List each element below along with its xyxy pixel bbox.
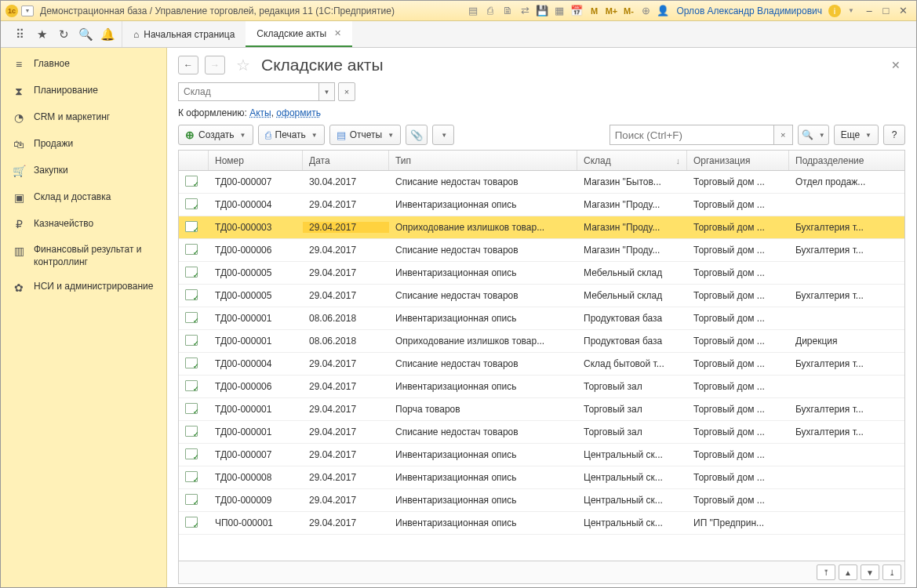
attach-dropdown[interactable]: ▼ xyxy=(432,125,454,145)
create-button[interactable]: ⊕ Создать ▼ xyxy=(178,125,253,145)
link-form[interactable]: оформить xyxy=(276,107,321,118)
table-row[interactable]: ТД00-00000829.04.2017Инвентаризационная … xyxy=(179,466,904,489)
search-icon[interactable]: 🔍 xyxy=(78,27,93,42)
table-row[interactable]: ТД00-00000329.04.2017Оприходование излиш… xyxy=(179,216,904,239)
print-button[interactable]: ⎙ Печать ▼ xyxy=(258,125,325,145)
favorite-icon[interactable]: ★ xyxy=(34,27,49,42)
th-date[interactable]: Дата xyxy=(303,151,389,170)
th-store[interactable]: Склад xyxy=(577,151,687,170)
print-icon[interactable]: ⎙ xyxy=(483,4,497,18)
cell-date: 29.04.2017 xyxy=(303,517,389,528)
tab-close-icon[interactable]: ✕ xyxy=(334,28,341,38)
content: ← → ☆ Складские акты ✕ ▼ × К оформлению:… xyxy=(167,48,916,588)
user-name[interactable]: Орлов Александр Владимирович xyxy=(676,5,822,16)
warehouse-filter-input[interactable] xyxy=(178,82,319,101)
memory-m-icon[interactable]: M xyxy=(587,4,601,18)
sidebar-item-1[interactable]: ⧗Планирование xyxy=(1,78,166,104)
table-row[interactable]: ТД00-00000129.04.2017Списание недостач т… xyxy=(179,421,904,444)
table-row[interactable]: ТД00-00000629.04.2017Списание недостач т… xyxy=(179,239,904,262)
zoom-icon[interactable]: ⊕ xyxy=(639,4,653,18)
table-row[interactable]: ТД00-00000429.04.2017Списание недостач т… xyxy=(179,353,904,376)
cell-date: 29.04.2017 xyxy=(303,495,389,506)
reports-button[interactable]: ▤ Отчеты ▼ xyxy=(329,125,401,145)
app-menu-dropdown[interactable]: ▼ xyxy=(21,5,34,16)
th-icon[interactable] xyxy=(179,151,209,170)
sidebar-item-0[interactable]: ≡Главное xyxy=(1,51,166,78)
info-dropdown-icon[interactable]: ▼ xyxy=(844,4,858,18)
cell-date: 29.04.2017 xyxy=(303,426,389,437)
page-close-button[interactable]: ✕ xyxy=(886,57,905,73)
link-acts[interactable]: Акты xyxy=(249,107,271,118)
sidebar-label: CRM и маркетинг xyxy=(34,111,110,124)
th-org[interactable]: Организация xyxy=(687,151,789,170)
nav-forward-button[interactable]: → xyxy=(205,56,225,74)
document-icon[interactable]: 🗎 xyxy=(500,4,515,18)
warehouse-filter-clear[interactable]: × xyxy=(338,82,355,101)
search-clear[interactable]: × xyxy=(774,125,793,145)
sidebar-icon: ▥ xyxy=(12,244,26,258)
sidebar-item-6[interactable]: ₽Казначейство xyxy=(1,211,166,238)
table-row[interactable]: ТД00-00000730.04.2017Списание недостач т… xyxy=(179,171,904,194)
compare-icon[interactable]: ⇄ xyxy=(518,4,532,18)
cell-store: Магазин "Проду... xyxy=(577,222,687,233)
maximize-icon[interactable]: □ xyxy=(879,4,893,18)
user-icon[interactable]: 👤 xyxy=(656,4,670,18)
warehouse-filter-dropdown[interactable]: ▼ xyxy=(319,82,335,101)
table-row[interactable]: ТД00-00000429.04.2017Инвентаризационная … xyxy=(179,194,904,216)
help-button[interactable]: ? xyxy=(883,125,905,145)
attach-button[interactable]: 📎 xyxy=(406,125,428,145)
sidebar-item-7[interactable]: ▥Финансовый результат и контроллинг xyxy=(1,238,166,274)
memory-mminus-icon[interactable]: M- xyxy=(621,4,635,18)
cell-number: ТД00-000009 xyxy=(209,495,303,506)
th-dept[interactable]: Подразделение xyxy=(789,151,883,170)
th-type[interactable]: Тип xyxy=(389,151,577,170)
favorite-page-icon[interactable]: ☆ xyxy=(236,56,250,74)
save-icon[interactable]: 💾 xyxy=(535,4,549,18)
row-status-icon xyxy=(179,176,209,189)
sidebar-item-8[interactable]: ✿НСИ и администрирование xyxy=(1,274,166,301)
sidebar-item-5[interactable]: ▣Склад и доставка xyxy=(1,184,166,211)
info-icon[interactable]: i xyxy=(828,5,841,17)
sidebar-item-4[interactable]: 🛒Закупки xyxy=(1,158,166,184)
table-row[interactable]: ТД00-00000108.06.2018Инвентаризационная … xyxy=(179,307,904,330)
calculator-icon[interactable]: ▦ xyxy=(552,4,566,18)
th-number[interactable]: Номер xyxy=(209,151,303,170)
history-icon[interactable]: ↻ xyxy=(56,27,71,42)
cell-org: Торговый дом ... xyxy=(687,336,789,347)
table-row[interactable]: ЧП00-00000129.04.2017Инвентаризационная … xyxy=(179,512,904,535)
table-row[interactable]: ТД00-00000929.04.2017Инвентаризационная … xyxy=(179,489,904,512)
tab-warehouse-acts[interactable]: Складские акты ✕ xyxy=(246,21,352,47)
scroll-top-button[interactable]: ⤒ xyxy=(817,564,835,580)
scroll-up-button[interactable]: ▲ xyxy=(839,564,857,580)
table-row[interactable]: ТД00-00000108.06.2018Оприходование излиш… xyxy=(179,330,904,353)
cell-org: Торговый дом ... xyxy=(687,313,789,324)
cell-store: Продуктовая база xyxy=(577,336,687,347)
tab-active-label: Складские акты xyxy=(257,28,326,39)
close-icon[interactable]: ✕ xyxy=(896,4,910,18)
cell-type: Списание недостач товаров xyxy=(389,176,577,187)
minimize-icon[interactable]: ‒ xyxy=(861,4,875,18)
table-row[interactable]: ТД00-00000629.04.2017Инвентаризационная … xyxy=(179,376,904,398)
scroll-down-button[interactable]: ▼ xyxy=(861,564,879,580)
cell-org: Торговый дом ... xyxy=(687,267,789,278)
search-input[interactable] xyxy=(610,125,774,145)
tab-home[interactable]: ⌂ Начальная страница xyxy=(122,21,246,47)
table-row[interactable]: ТД00-00000129.04.2017Порча товаровТоргов… xyxy=(179,398,904,421)
nav-back-button[interactable]: ← xyxy=(178,56,198,74)
memory-mplus-icon[interactable]: M+ xyxy=(604,4,618,18)
find-button[interactable]: 🔍▼ xyxy=(798,125,829,145)
table-row[interactable]: ТД00-00000529.04.2017Списание недостач т… xyxy=(179,285,904,307)
notifications-icon[interactable]: 🔔 xyxy=(100,27,115,42)
sidebar-label: Главное xyxy=(34,58,70,71)
table-row[interactable]: ТД00-00000529.04.2017Инвентаризационная … xyxy=(179,262,904,285)
cell-number: ТД00-000007 xyxy=(209,176,303,187)
cell-org: ИП "Предприн... xyxy=(687,517,789,528)
sidebar-item-3[interactable]: 🛍Продажи xyxy=(1,131,166,158)
more-button[interactable]: Еще▼ xyxy=(834,125,879,145)
sidebar-item-2[interactable]: ◔CRM и маркетинг xyxy=(1,104,166,131)
apps-icon[interactable]: ⠿ xyxy=(12,27,27,42)
calendar-icon[interactable]: 📅 xyxy=(569,4,584,18)
scroll-bottom-button[interactable]: ⤓ xyxy=(882,564,901,580)
preview-icon[interactable]: ▤ xyxy=(466,4,480,18)
table-row[interactable]: ТД00-00000729.04.2017Инвентаризационная … xyxy=(179,444,904,466)
